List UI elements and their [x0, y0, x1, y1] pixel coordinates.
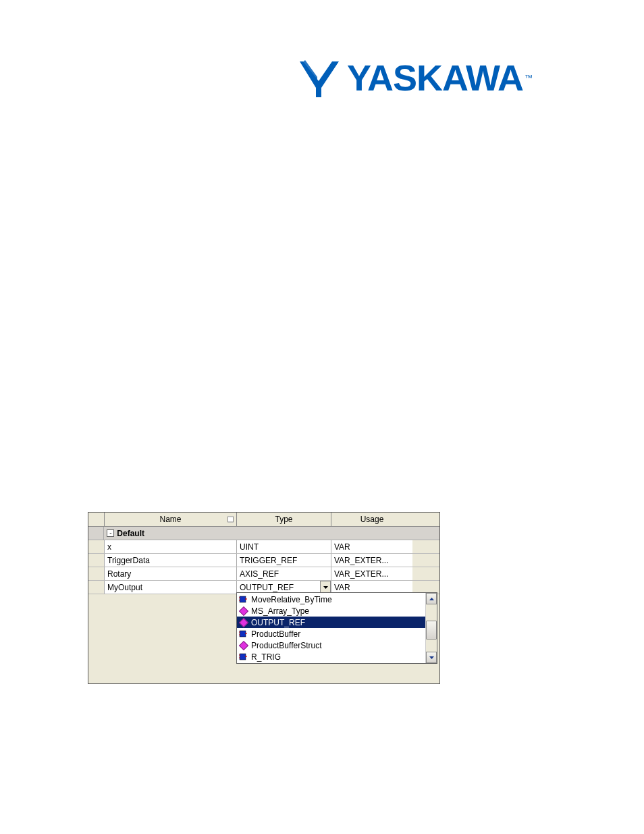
cell-type[interactable]: UINT	[237, 540, 331, 553]
group-row-default[interactable]: - Default	[88, 527, 439, 540]
sort-indicator-icon	[227, 517, 234, 523]
svg-rect-4	[240, 631, 246, 637]
cell-name[interactable]: TriggerData	[105, 554, 237, 567]
header-label: Name	[159, 515, 181, 524]
row-selector[interactable]	[88, 554, 105, 567]
dropdown-item[interactable]: ProductBufferStruct	[237, 640, 425, 651]
variables-grid: Name Type Usage - Default x UINT VAR Tri…	[88, 512, 440, 684]
struct-icon	[239, 619, 248, 626]
header-label: Type	[275, 515, 292, 524]
collapse-toggle-icon[interactable]: -	[107, 529, 114, 537]
dropdown-items-container: MoveRelative_ByTime MS_Array_Type OUTPUT…	[237, 593, 425, 663]
column-header-usage[interactable]: Usage	[331, 513, 412, 526]
svg-rect-0	[240, 596, 246, 602]
cell-type-value: OUTPUT_REF	[240, 583, 294, 592]
dropdown-item-label: ProductBufferStruct	[251, 641, 322, 650]
dropdown-item[interactable]: MoveRelative_ByTime	[237, 594, 425, 605]
table-row[interactable]: TriggerData TRIGGER_REF VAR_EXTER...	[88, 554, 439, 567]
dropdown-item-label: MoveRelative_ByTime	[251, 595, 332, 604]
column-header-type[interactable]: Type	[237, 513, 331, 526]
function-block-icon	[239, 653, 248, 661]
dropdown-item-label: MS_Array_Type	[251, 606, 309, 616]
cell-usage[interactable]: VAR_EXTER...	[331, 567, 412, 580]
brand-name: YASKAWA	[347, 59, 523, 96]
cell-type[interactable]: TRIGGER_REF	[237, 554, 331, 567]
type-dropdown-list[interactable]: MoveRelative_ByTime MS_Array_Type OUTPUT…	[236, 592, 437, 664]
cell-name[interactable]: Rotary	[105, 567, 237, 580]
table-row[interactable]: Rotary AXIS_REF VAR_EXTER...	[88, 567, 439, 581]
row-selector[interactable]	[88, 581, 105, 594]
dropdown-item-label: R_TRIG	[251, 652, 281, 662]
cell-usage[interactable]: VAR_EXTER...	[331, 554, 412, 567]
scroll-up-button[interactable]	[426, 593, 437, 604]
dropdown-item[interactable]: MS_Array_Type	[237, 605, 425, 617]
scrollbar[interactable]	[425, 593, 437, 663]
row-selector[interactable]	[88, 567, 105, 580]
cell-type[interactable]: AXIS_REF	[237, 567, 331, 580]
grid-header-row: Name Type Usage	[88, 513, 439, 527]
group-label: Default	[117, 529, 144, 538]
row-selector-header[interactable]	[88, 513, 105, 526]
brand-tm: ™	[525, 73, 533, 82]
row-selector[interactable]	[88, 527, 104, 540]
function-block-icon	[239, 630, 248, 638]
brand-mark-icon	[300, 58, 340, 97]
svg-rect-8	[240, 654, 246, 660]
scrollbar-track[interactable]	[426, 604, 437, 652]
table-row[interactable]: x UINT VAR	[88, 540, 439, 554]
cell-usage[interactable]: VAR	[331, 540, 412, 553]
header-label: Usage	[360, 515, 384, 524]
struct-icon	[239, 608, 248, 615]
cell-name[interactable]: x	[105, 540, 237, 553]
dropdown-item-selected[interactable]: OUTPUT_REF	[237, 617, 425, 628]
scrollbar-thumb[interactable]	[426, 621, 437, 640]
function-block-icon	[239, 596, 248, 604]
dropdown-item-label: OUTPUT_REF	[251, 618, 305, 627]
struct-icon	[239, 642, 248, 649]
group-cell[interactable]: - Default	[104, 527, 439, 540]
dropdown-item-label: ProductBuffer	[251, 629, 300, 639]
cell-name[interactable]: MyOutput	[105, 581, 237, 594]
dropdown-item[interactable]: R_TRIG	[237, 651, 425, 662]
brand-logo: YASKAWA ™	[300, 54, 583, 101]
row-selector[interactable]	[88, 540, 105, 553]
scroll-down-button[interactable]	[426, 652, 437, 663]
column-header-name[interactable]: Name	[105, 513, 237, 526]
dropdown-item[interactable]: ProductBuffer	[237, 628, 425, 640]
